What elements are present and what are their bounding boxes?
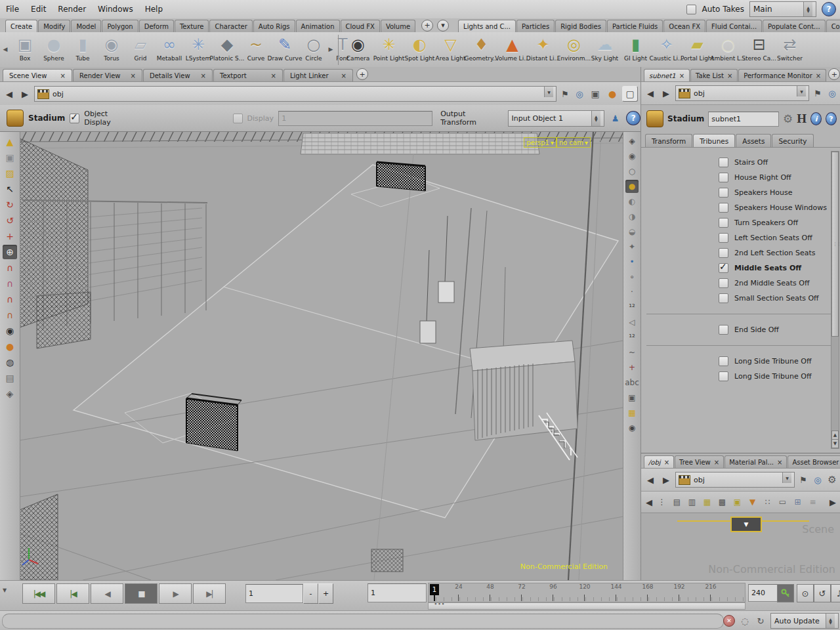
shelf-tab[interactable]: Polygon xyxy=(102,20,138,32)
parameter-checkbox[interactable] xyxy=(719,188,728,198)
material-shelf-icon[interactable]: ▤ xyxy=(3,371,17,385)
parameters-scrollbar[interactable]: ▲ ▼ xyxy=(831,151,839,449)
tool-box[interactable]: ▣ Box xyxy=(10,33,39,62)
net-connect-icon[interactable]: ▭ xyxy=(777,497,788,508)
shelf-tab[interactable]: Texture xyxy=(175,20,209,32)
radial-menu-icon[interactable]: ◎ xyxy=(574,88,585,100)
display-options-icon[interactable]: ✦ xyxy=(625,240,639,253)
pin-icon[interactable]: ⚑ xyxy=(812,87,824,99)
net-align-icon[interactable]: ∷ xyxy=(762,497,773,508)
shelf-tab[interactable]: Particle Fluids xyxy=(607,20,663,32)
pane-tab[interactable]: Take List xyxy=(690,69,738,81)
tool-volume-light[interactable]: ▲ Volume Li... xyxy=(497,33,528,62)
menu-item[interactable]: Render xyxy=(52,0,92,18)
update-mode-select[interactable]: Auto Update ▲▼ xyxy=(770,613,839,629)
menu-item[interactable]: Help xyxy=(139,0,169,18)
parameter-checkbox[interactable] xyxy=(719,371,728,381)
snap-curve-icon[interactable]: ∩ xyxy=(3,276,17,291)
net-detail-icon[interactable]: ▥ xyxy=(686,497,698,508)
shelf-tab[interactable]: Deform xyxy=(139,20,174,32)
realtime-toggle-icon[interactable]: ⊙ xyxy=(797,584,814,602)
shelf-menu-icon[interactable]: ▾ xyxy=(437,20,449,32)
tool-torus[interactable]: ◉ Torus xyxy=(97,33,126,62)
timeline-ruler[interactable]: 24487296120144168192216 1 xyxy=(428,583,746,602)
auto-takes-checkbox[interactable] xyxy=(686,5,696,14)
pane-tab[interactable]: Light Linker xyxy=(284,69,353,81)
pane-tab[interactable]: Performance Monitor xyxy=(738,69,826,81)
cam-binding-menu[interactable]: no cam▾ xyxy=(556,137,591,148)
parameter-checkbox[interactable] xyxy=(719,278,728,288)
tool-environment-light[interactable]: ◎ Environm... xyxy=(558,33,589,62)
path-dropdown-icon[interactable]: ▼ xyxy=(782,472,791,483)
parameter-tab[interactable]: Transform xyxy=(645,134,692,147)
parameter-checkbox[interactable] xyxy=(719,356,728,366)
interrupt-icon[interactable]: ◌ xyxy=(739,615,751,627)
pane-tab[interactable]: Tree View xyxy=(675,455,724,468)
pane-tab[interactable]: Asset Browser xyxy=(788,455,840,468)
parameter-checkbox[interactable] xyxy=(719,233,728,243)
snapshot-icon[interactable]: ▣ xyxy=(625,391,639,404)
forward-icon[interactable]: ▶ xyxy=(18,87,32,100)
playbar-collapse-icon[interactable]: ▼ xyxy=(3,587,7,593)
point-markers-icon[interactable]: · xyxy=(625,285,639,299)
tool-lsystem[interactable]: ✳ LSystem xyxy=(184,33,213,62)
pane-tab[interactable]: /obj xyxy=(644,455,674,468)
parameter-checkbox[interactable] xyxy=(719,293,728,303)
parameter-checkbox[interactable] xyxy=(719,173,728,182)
show-geometry-icon[interactable]: ▣ xyxy=(3,150,17,165)
stop-button[interactable]: ■ xyxy=(125,583,158,604)
tool-curve[interactable]: ~ Curve xyxy=(242,33,270,62)
timeline-scrollbar[interactable] xyxy=(428,602,746,610)
back-icon[interactable]: ◀ xyxy=(644,87,657,100)
tool-tube[interactable]: ▮ Tube xyxy=(68,33,97,62)
path-dropdown-icon[interactable]: ▼ xyxy=(544,87,553,97)
shaded-mode-icon[interactable]: ● xyxy=(625,180,639,193)
shelf-tab[interactable]: Fluid Contai... xyxy=(706,20,762,32)
parameter-toggle[interactable]: Long Side Tribune Off xyxy=(641,354,831,369)
parameter-checkbox[interactable] xyxy=(719,263,728,273)
close-tab-icon[interactable] xyxy=(664,459,669,466)
tool-stereo-camera[interactable]: ⊟ Stereo Ca... xyxy=(744,33,774,62)
end-frame-field[interactable]: 240 xyxy=(748,584,778,602)
node-help-icon[interactable]: ? xyxy=(826,112,837,125)
back-icon[interactable]: ◀ xyxy=(644,473,657,486)
view-tool-icon[interactable]: ↻ xyxy=(3,198,17,212)
parameter-tab[interactable]: Security xyxy=(772,134,813,147)
tool-gi-light[interactable]: ▮ GI Light xyxy=(620,33,651,62)
add-shelf-tab-icon[interactable]: + xyxy=(421,20,433,32)
subnet-node[interactable]: ▼ xyxy=(730,516,762,532)
forward-icon[interactable]: ▶ xyxy=(660,473,673,486)
menu-item[interactable]: Windows xyxy=(92,0,139,18)
profile-curves-icon[interactable]: ~ xyxy=(625,346,639,359)
net-grid-snap-icon[interactable]: ⊞ xyxy=(792,497,803,508)
ghost-shaded-icon[interactable]: ◒ xyxy=(625,225,639,238)
output-transform-select[interactable]: Input Object 1 ▲▼ xyxy=(508,110,604,127)
prev-frame-button[interactable]: |◀ xyxy=(56,583,89,604)
camera-view-icon[interactable]: ◉ xyxy=(625,150,639,163)
parameter-toggle[interactable]: Speakers House Windows xyxy=(641,200,831,215)
menu-item[interactable]: File xyxy=(0,0,25,18)
transform-icon[interactable]: ♟ xyxy=(610,112,621,124)
close-tab-icon[interactable] xyxy=(341,72,346,79)
snap-point-icon[interactable]: ∩ xyxy=(3,292,17,306)
shelf-tab[interactable]: Modify xyxy=(38,20,70,32)
quad-layout-icon[interactable]: ▦ xyxy=(625,406,639,419)
audio-icon[interactable]: ♪ xyxy=(831,584,840,602)
wireframe-mode-icon[interactable]: ○ xyxy=(625,165,639,178)
net-scroll-right-icon[interactable]: ▶ xyxy=(829,495,837,509)
shelf-scroll-right-icon[interactable]: ▶ xyxy=(327,33,335,65)
shelf-tab[interactable]: Populate Cont... xyxy=(763,20,826,32)
shelf-tab[interactable]: Ocean FX xyxy=(663,20,705,32)
add-pane-tab-icon[interactable]: + xyxy=(356,68,368,80)
render-region-icon[interactable]: ◍ xyxy=(3,355,17,369)
pin-icon[interactable]: ⚑ xyxy=(797,474,809,486)
snap-grid-icon[interactable]: ∩ xyxy=(3,261,17,275)
node-name-field[interactable]: subnet1 xyxy=(708,112,779,127)
scrollbar-thumb[interactable] xyxy=(831,152,839,337)
net-scroll-left-icon[interactable]: ◀ xyxy=(645,495,653,509)
radial-menu-icon[interactable]: ◎ xyxy=(812,474,824,486)
playhead[interactable]: 1 xyxy=(430,584,439,595)
parameter-toggle[interactable]: Small Section Seats Off xyxy=(641,291,831,306)
tool-point-light[interactable]: ✳ Point Light xyxy=(373,33,404,62)
gear-icon[interactable]: ⚙ xyxy=(783,113,793,125)
